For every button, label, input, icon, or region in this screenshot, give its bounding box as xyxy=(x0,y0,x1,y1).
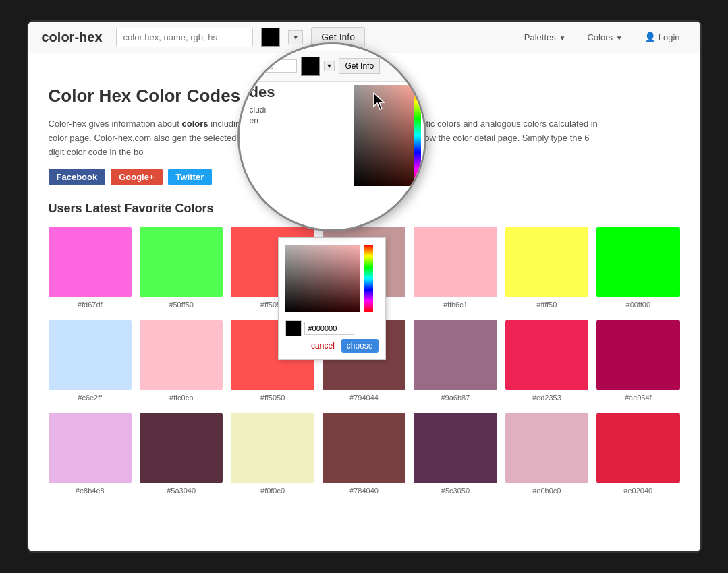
mag-desc-line1: cludi xyxy=(250,105,267,115)
color-grid-row3: #e8b4e8 #5a3040 #f0f0c0 #784040 #5c3050 … xyxy=(49,413,680,495)
color-swatch xyxy=(596,413,679,483)
picker-hex-row xyxy=(285,320,379,336)
color-hex-label: #ed2353 xyxy=(532,394,561,402)
color-swatch xyxy=(140,320,223,390)
picker-actions: cancel choose xyxy=(285,339,379,353)
color-swatch xyxy=(140,227,223,297)
color-swatch xyxy=(49,413,132,483)
color-swatch xyxy=(49,227,132,297)
color-hex-label: #ffff50 xyxy=(536,301,557,309)
user-icon: 👤 xyxy=(644,32,656,42)
color-hex-label: #00ff00 xyxy=(626,301,651,309)
mag-title: des xyxy=(250,84,275,101)
search-input[interactable] xyxy=(117,28,253,47)
color-hex-label: #fd67df xyxy=(78,301,103,309)
color-item[interactable]: #5c3050 xyxy=(414,413,497,495)
mag-desc-line2: en xyxy=(250,116,258,125)
magnifier-tail xyxy=(27,75,28,105)
color-hex-label: #5c3050 xyxy=(441,487,470,495)
picker-cancel-button[interactable]: cancel xyxy=(308,339,337,353)
color-hex-label: #ffb6c1 xyxy=(443,301,468,309)
picker-preview-swatch xyxy=(285,320,302,336)
mag-get-info: Get Info xyxy=(339,58,380,74)
picker-top-row xyxy=(285,245,379,316)
color-item[interactable]: #784040 xyxy=(323,413,405,495)
picker-hue-strip[interactable] xyxy=(364,245,373,312)
color-item[interactable]: #e0b0c0 xyxy=(505,413,588,495)
color-item[interactable]: #ffff50 xyxy=(505,227,588,309)
color-hex-label: #794044 xyxy=(349,394,379,402)
color-dropdown-arrow[interactable]: ▼ xyxy=(288,30,303,44)
color-swatch xyxy=(140,413,223,483)
color-picker-popup: cancel choose xyxy=(278,237,386,360)
magnifier-inner: rgb, hs ▼ Get Info des cludi xyxy=(240,44,424,229)
color-swatch xyxy=(505,320,588,390)
google-button[interactable]: Google+ xyxy=(111,169,162,185)
color-swatch xyxy=(231,413,314,483)
color-item[interactable]: #fd67df xyxy=(49,227,132,309)
color-item[interactable]: #ed2353 xyxy=(505,320,588,402)
color-hex-label: #ffc0cb xyxy=(169,394,193,402)
color-item[interactable]: #5a3040 xyxy=(140,413,223,495)
color-hex-label: #9a6b87 xyxy=(441,394,470,402)
site-logo[interactable]: color-hex xyxy=(42,30,103,45)
color-item[interactable]: #ffc0cb xyxy=(140,320,223,402)
color-hex-label: #ae054f xyxy=(625,394,652,402)
color-hex-label: #ff5050 xyxy=(260,394,285,402)
color-item[interactable]: #50ff50 xyxy=(140,227,223,309)
color-hex-label: #50ff50 xyxy=(169,301,194,309)
color-swatch xyxy=(596,227,679,297)
mag-nav: rgb, hs ▼ Get Info xyxy=(240,51,424,82)
color-swatch xyxy=(49,320,132,390)
picker-choose-button[interactable]: choose xyxy=(341,339,379,353)
color-swatch xyxy=(414,227,497,297)
color-hex-label: #f0f0c0 xyxy=(260,487,285,495)
color-hex-label: #c6e2ff xyxy=(78,394,102,402)
color-hex-label: #e8b4e8 xyxy=(76,487,105,495)
mag-search: rgb, hs xyxy=(250,59,297,73)
facebook-button[interactable]: Facebook xyxy=(49,169,106,185)
search-bar xyxy=(116,28,254,47)
color-swatch-nav[interactable] xyxy=(261,28,280,47)
color-item[interactable]: #e8b4e8 xyxy=(49,413,132,495)
color-item[interactable]: #ffb6c1 xyxy=(414,227,497,309)
color-hex-label: #5a3040 xyxy=(167,487,196,495)
login-link[interactable]: 👤 Login xyxy=(638,28,687,46)
mag-arrow: ▼ xyxy=(324,61,335,71)
color-swatch xyxy=(505,227,588,297)
color-swatch xyxy=(323,413,405,483)
mag-swatch xyxy=(301,57,320,76)
color-item[interactable]: #f0f0c0 xyxy=(231,413,314,495)
color-item[interactable]: #9a6b87 xyxy=(414,320,497,402)
color-hex-label: #e02040 xyxy=(623,487,652,495)
nav-colors-link[interactable]: Colors ▼ xyxy=(580,29,629,46)
mag-picker-gradient xyxy=(354,85,414,186)
twitter-button[interactable]: Twitter xyxy=(168,169,213,185)
color-item[interactable]: #ae054f xyxy=(596,320,679,402)
color-swatch xyxy=(596,320,679,390)
color-swatch xyxy=(414,320,497,390)
color-swatch xyxy=(414,413,497,483)
color-item[interactable]: #c6e2ff xyxy=(49,320,132,402)
magnifier: rgb, hs ▼ Get Info des cludi xyxy=(237,42,426,231)
nav-palettes-link[interactable]: Palettes ▼ xyxy=(517,29,573,46)
color-hex-label: #e0b0c0 xyxy=(532,487,561,495)
color-swatch xyxy=(505,413,588,483)
color-item[interactable]: #e02040 xyxy=(596,413,679,495)
picker-gradient-area[interactable] xyxy=(285,245,360,312)
mag-hue-strip xyxy=(414,85,421,186)
color-item[interactable]: #00ff00 xyxy=(596,227,679,309)
color-hex-label: #784040 xyxy=(349,487,379,495)
picker-hex-input[interactable] xyxy=(304,322,354,335)
